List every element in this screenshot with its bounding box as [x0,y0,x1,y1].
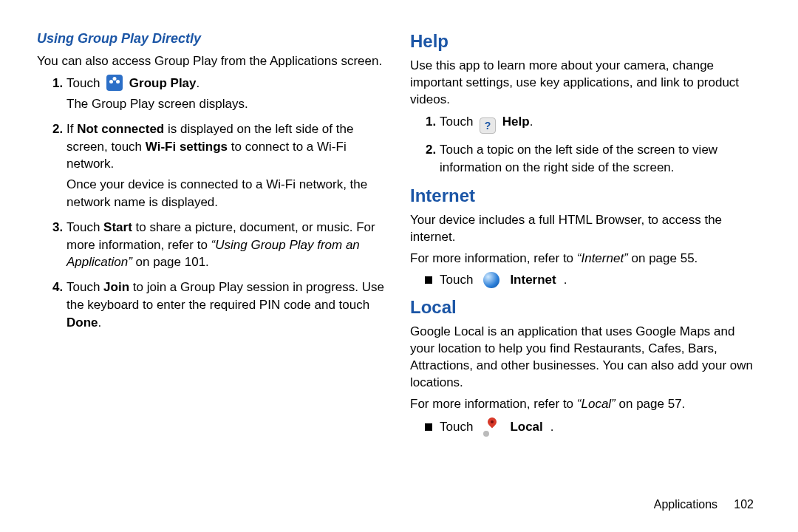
subhead-using-group-play: Using Group Play Directly [37,30,388,47]
step2-a: If [66,122,77,136]
step3-a: Touch [66,220,103,234]
internet-more-c: on page 55. [628,251,698,265]
step4-d: Done [66,316,98,330]
internet-b-b: Internet [510,273,556,287]
page-columns: Using Group Play Directly You can also a… [37,30,761,444]
bullet-square-icon [425,276,432,284]
internet-b-a: Touch [440,273,473,287]
step-4: Touch Join to join a Group Play session … [66,279,388,331]
internet-intro: Your device includes a full HTML Browser… [410,212,761,246]
local-more: For more information, refer to “Local” o… [410,396,761,413]
local-more-a: For more information, refer to [410,397,577,411]
group-play-icon [106,75,123,91]
step3-e: on page 101. [132,255,209,269]
help-intro: Use this app to learn more about your ca… [410,58,761,109]
local-b-c: . [550,420,554,434]
local-icon [483,417,499,437]
internet-bullet: Touch Internet. [425,272,761,288]
section-help-title: Help [410,30,761,53]
help-s1-c: . [530,115,533,129]
right-column: Help Use this app to learn more about yo… [410,30,761,444]
group-play-steps: Touch Group Play. The Group Play screen … [37,75,388,331]
step1-sub: The Group Play screen displays. [66,95,388,113]
local-more-c: on page 57. [615,397,686,411]
help-s1-a: Touch [440,115,477,129]
step1-a: Touch [66,76,103,90]
step1-b: Group Play [129,76,197,90]
help-steps: Touch ? Help. Touch a topic on the left … [410,113,761,177]
help-s1-b: Help [502,115,530,129]
internet-more-b: “Internet” [577,251,628,265]
internet-more: For more information, refer to “Internet… [410,250,761,267]
step-1: Touch Group Play. The Group Play screen … [66,75,388,113]
step4-b: Join [103,280,129,294]
bullet-square-icon [425,423,432,431]
local-more-b: “Local” [577,397,615,411]
local-intro: Google Local is an application that uses… [410,324,761,392]
local-icon-shadow [483,431,489,437]
left-column: Using Group Play Directly You can also a… [37,30,388,444]
section-internet-title: Internet [410,184,761,208]
step4-a: Touch [66,280,103,294]
help-step-2: Touch a topic on the left side of the sc… [440,141,761,177]
step2-sub: Once your device is connected to a Wi-Fi… [66,176,388,211]
internet-b-c: . [564,273,567,287]
step-3: Touch Start to share a picture, document… [66,219,388,271]
local-b-a: Touch [440,420,473,434]
internet-more-a: For more information, refer to [410,251,577,265]
help-icon: ? [480,117,496,134]
page-footer: Applications 102 [654,498,754,511]
step3-b: Start [103,220,132,234]
local-bullet: Touch Local. [425,417,761,437]
internet-icon [483,272,499,288]
section-local-title: Local [410,296,761,319]
step-2: If Not connected is displayed on the lef… [66,120,388,211]
step4-e: . [98,316,102,330]
help-step-1: Touch ? Help. [440,113,761,134]
step2-b: Not connected [77,122,164,136]
local-b-b: Local [510,420,542,434]
intro-text: You can also access Group Play from the … [37,53,388,70]
footer-section: Applications [654,498,717,511]
footer-page-number: 102 [734,498,754,511]
step1-c: . [197,76,200,90]
step2-d: Wi-Fi settings [146,140,228,154]
